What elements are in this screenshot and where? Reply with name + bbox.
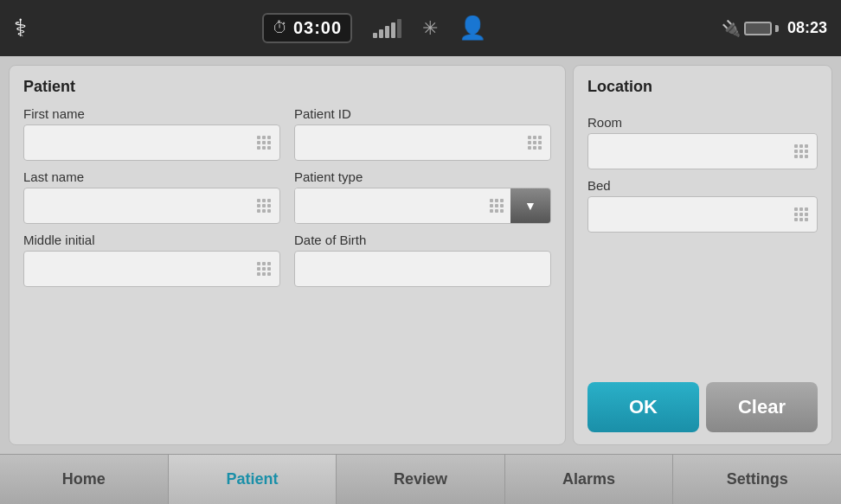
bed-grid-dots <box>794 207 810 221</box>
battery-icon: 🔌 <box>722 19 779 38</box>
patient-id-field: Patient ID <box>294 106 551 161</box>
middle-initial-label: Middle initial <box>23 233 280 247</box>
middle-initial-input[interactable] <box>23 251 280 287</box>
header-right: 🔌 08:23 <box>722 19 827 38</box>
patient-type-field: Patient type ▼ <box>294 169 551 224</box>
signal-bar-1 <box>373 33 377 38</box>
header-left: ⚕ <box>14 14 27 42</box>
bed-input[interactable] <box>587 196 818 233</box>
timer-display: ⏱ 03:00 <box>262 13 352 43</box>
ok-button[interactable]: OK <box>587 382 699 432</box>
tab-review[interactable]: Review <box>337 455 505 504</box>
location-fields: Room Bed <box>587 115 818 367</box>
chevron-down-icon: ▼ <box>524 199 536 213</box>
last-name-label: Last name <box>23 169 280 184</box>
first-name-grid-dots <box>257 136 273 150</box>
dob-input[interactable] <box>294 251 551 287</box>
bed-label: Bed <box>587 178 818 193</box>
room-label: Room <box>587 115 818 130</box>
clock-display: 08:23 <box>787 19 827 37</box>
bottom-nav: Home Patient Review Alarms Settings <box>0 454 841 504</box>
last-name-input[interactable] <box>23 188 280 224</box>
signal-bar-3 <box>385 26 389 38</box>
signal-bars <box>373 19 401 38</box>
location-buttons: OK Clear <box>587 382 818 432</box>
patient-panel-title: Patient <box>23 78 551 96</box>
patient-type-label: Patient type <box>294 169 551 184</box>
spinner-icon: ✳ <box>422 17 438 40</box>
header: ⚕ ⏱ 03:00 ✳ 👤 🔌 08:23 <box>0 0 841 56</box>
battery-tip <box>775 25 779 32</box>
patient-form-grid: First name Patient ID <box>23 106 551 287</box>
bed-field: Bed <box>587 178 818 233</box>
signal-bar-5 <box>397 19 401 38</box>
location-panel: Location Room Bed <box>573 65 832 445</box>
last-name-field: Last name <box>23 169 280 224</box>
header-center: ⏱ 03:00 ✳ 👤 <box>262 13 486 43</box>
tab-home[interactable]: Home <box>0 455 169 504</box>
dob-label: Date of Birth <box>294 233 551 247</box>
signal-bar-2 <box>379 29 383 38</box>
clear-button[interactable]: Clear <box>706 382 818 432</box>
battery-body <box>744 22 772 35</box>
patient-id-grid-dots <box>528 136 543 150</box>
timer-icon: ⏱ <box>273 19 288 37</box>
first-name-field: First name <box>23 106 280 161</box>
timer-text: 03:00 <box>293 18 342 38</box>
patient-type-dropdown[interactable]: ▼ <box>294 188 551 224</box>
main-content: Patient First name Patient ID <box>0 56 841 454</box>
tab-settings[interactable]: Settings <box>673 455 841 504</box>
room-grid-dots <box>794 144 810 158</box>
user-icon: 👤 <box>459 15 486 41</box>
patient-id-label: Patient ID <box>294 106 551 121</box>
first-name-input[interactable] <box>23 124 280 161</box>
last-name-grid-dots <box>257 199 273 213</box>
patient-type-grid-dots <box>490 199 505 213</box>
medical-icon: ⚕ <box>14 14 27 42</box>
patient-type-dropdown-btn[interactable]: ▼ <box>510 188 550 223</box>
patient-type-text <box>295 188 510 223</box>
tab-alarms[interactable]: Alarms <box>505 455 674 504</box>
patient-id-input[interactable] <box>294 124 551 161</box>
first-name-label: First name <box>23 106 280 121</box>
location-panel-title: Location <box>587 78 818 96</box>
dob-field: Date of Birth <box>294 233 551 287</box>
patient-panel: Patient First name Patient ID <box>9 65 566 445</box>
middle-initial-field: Middle initial <box>23 233 280 287</box>
room-input[interactable] <box>587 133 818 169</box>
signal-bar-4 <box>391 22 395 38</box>
middle-initial-grid-dots <box>257 262 273 276</box>
tab-patient[interactable]: Patient <box>169 455 337 504</box>
room-field: Room <box>587 115 818 169</box>
